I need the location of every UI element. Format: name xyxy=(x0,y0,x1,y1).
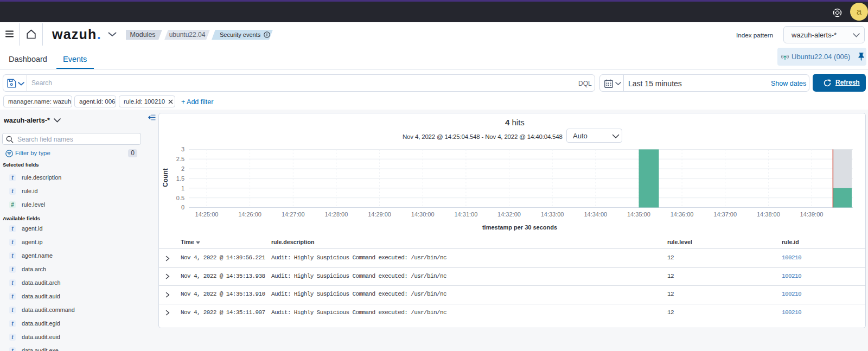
svg-text:14:38:00: 14:38:00 xyxy=(757,211,780,218)
svg-text:14:37:00: 14:37:00 xyxy=(713,211,737,218)
svg-text:14:31:00: 14:31:00 xyxy=(454,211,477,218)
svg-text:14:30:00: 14:30:00 xyxy=(411,211,435,218)
svg-text:0: 0 xyxy=(181,204,184,210)
svg-text:14:29:00: 14:29:00 xyxy=(368,211,391,218)
svg-text:1.5: 1.5 xyxy=(176,175,184,182)
svg-text:14:33:00: 14:33:00 xyxy=(541,211,564,218)
svg-text:14:39:00: 14:39:00 xyxy=(800,211,824,218)
svg-text:Count: Count xyxy=(163,168,169,187)
svg-text:14:35:00: 14:35:00 xyxy=(627,211,650,218)
svg-text:14:25:00: 14:25:00 xyxy=(195,211,219,218)
svg-text:14:27:00: 14:27:00 xyxy=(282,211,305,218)
svg-text:14:26:00: 14:26:00 xyxy=(238,211,261,218)
svg-text:14:32:00: 14:32:00 xyxy=(497,211,521,218)
svg-text:3: 3 xyxy=(181,146,184,152)
svg-text:2: 2 xyxy=(181,165,184,172)
svg-text:2.5: 2.5 xyxy=(176,156,184,162)
svg-text:1: 1 xyxy=(181,185,184,192)
svg-text:14:34:00: 14:34:00 xyxy=(584,211,607,218)
svg-text:14:28:00: 14:28:00 xyxy=(324,211,348,218)
svg-text:0.5: 0.5 xyxy=(176,195,184,201)
svg-text:14:36:00: 14:36:00 xyxy=(671,211,694,218)
